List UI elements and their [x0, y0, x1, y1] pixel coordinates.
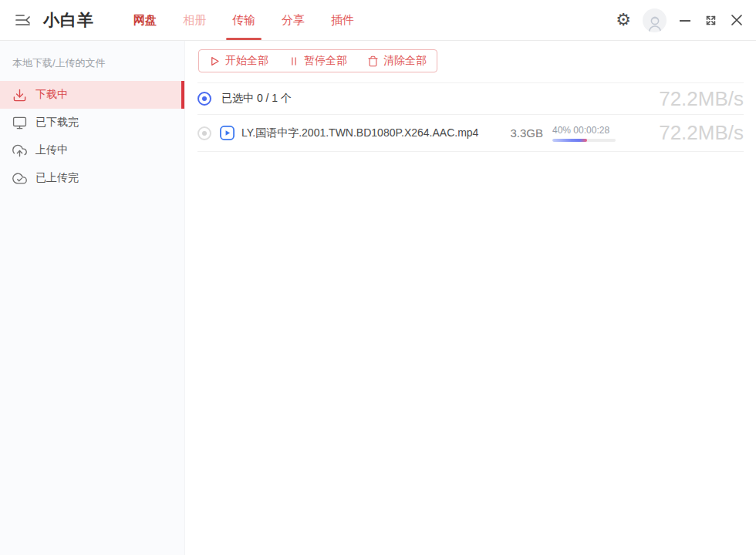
sidebar-item-downloaded[interactable]: 已下载完 [0, 109, 184, 136]
clear-all-button[interactable]: 清除全部 [367, 54, 427, 68]
minimize-icon[interactable] [678, 13, 692, 27]
pause-icon [289, 56, 299, 67]
sidebar-item-label: 已下载完 [35, 116, 79, 130]
file-select-radio[interactable] [197, 126, 211, 140]
select-all-radio[interactable] [197, 92, 211, 106]
sidebar: 本地下载/上传的文件 下载中 [0, 41, 185, 555]
list-header-row: 已选中 0 / 1 个 72.2MB/s [197, 82, 744, 115]
maximize-icon[interactable] [704, 13, 718, 28]
video-file-icon [219, 125, 235, 141]
transfer-list: 已选中 0 / 1 个 72.2MB/s LY.国语中字.2001.TWN.BD… [197, 82, 744, 152]
progress-bar-track [552, 139, 616, 142]
sidebar-item-label: 已上传完 [35, 171, 79, 185]
selection-summary: 已选中 0 / 1 个 [221, 92, 292, 106]
main-nav: 网盘 相册 传输 分享 插件 [120, 0, 367, 40]
start-all-label: 开始全部 [225, 54, 268, 68]
clear-all-label: 清除全部 [383, 54, 427, 68]
sidebar-title: 本地下载/上传的文件 [0, 52, 184, 81]
sidebar-item-uploading[interactable]: 上传中 [0, 136, 184, 164]
gear-glyph: ⚙ [616, 12, 631, 29]
nav-tab-label: 相册 [183, 13, 206, 28]
file-name: LY.国语中字.2001.TWN.BD1080P.X264.AAC.mp4 [241, 125, 489, 141]
pause-all-label: 暂停全部 [304, 54, 347, 68]
sidebar-item-label: 下载中 [35, 88, 68, 102]
sidebar-item-label: 上传中 [35, 143, 68, 157]
cloud-check-icon [12, 171, 27, 186]
monitor-icon [12, 116, 27, 130]
progress-column: 40% 00:00:28 [552, 125, 619, 142]
progress-label: 40% 00:00:28 [552, 125, 619, 136]
active-tab-underline [226, 38, 262, 40]
play-icon [209, 56, 221, 67]
sidebar-item-uploaded[interactable]: 已上传完 [0, 164, 184, 192]
pause-all-button[interactable]: 暂停全部 [289, 54, 347, 68]
progress-bar-fill [552, 139, 587, 142]
nav-tab-transfer[interactable]: 传输 [219, 0, 268, 40]
file-row[interactable]: LY.国语中字.2001.TWN.BD1080P.X264.AAC.mp4 3.… [197, 115, 744, 152]
window-body: 本地下载/上传的文件 下载中 [0, 41, 756, 555]
start-all-button[interactable]: 开始全部 [209, 54, 268, 68]
nav-tab-label: 分享 [282, 13, 305, 28]
nav-tab-plugins[interactable]: 插件 [318, 0, 367, 40]
nav-tab-album[interactable]: 相册 [170, 0, 219, 40]
topbar-controls: ⚙ [616, 8, 744, 32]
nav-tab-label: 传输 [232, 13, 255, 28]
settings-gear-icon[interactable]: ⚙ [616, 12, 631, 29]
sidebar-item-downloading[interactable]: 下载中 [0, 81, 184, 109]
file-size: 3.3GB [489, 126, 543, 140]
total-speed: 72.2MB/s [626, 87, 744, 111]
trash-icon [367, 56, 379, 67]
transfer-panel: 开始全部 暂停全部 清除全部 [185, 41, 756, 555]
transfer-toolbar: 开始全部 暂停全部 清除全部 [198, 49, 437, 72]
nav-tab-label: 网盘 [133, 13, 157, 28]
app-window: 小白羊 网盘 相册 传输 分享 插件 ⚙ [0, 0, 756, 555]
close-icon[interactable] [730, 13, 744, 27]
menu-fold-icon[interactable] [12, 10, 32, 30]
top-bar: 小白羊 网盘 相册 传输 分享 插件 ⚙ [0, 0, 756, 41]
file-speed: 72.2MB/s [626, 121, 744, 145]
nav-tab-drive[interactable]: 网盘 [120, 0, 170, 40]
app-title: 小白羊 [43, 9, 94, 31]
cloud-upload-icon [12, 143, 27, 158]
nav-tab-share[interactable]: 分享 [268, 0, 318, 40]
download-icon [12, 88, 27, 103]
nav-tab-label: 插件 [331, 13, 354, 28]
user-avatar[interactable] [643, 8, 667, 32]
